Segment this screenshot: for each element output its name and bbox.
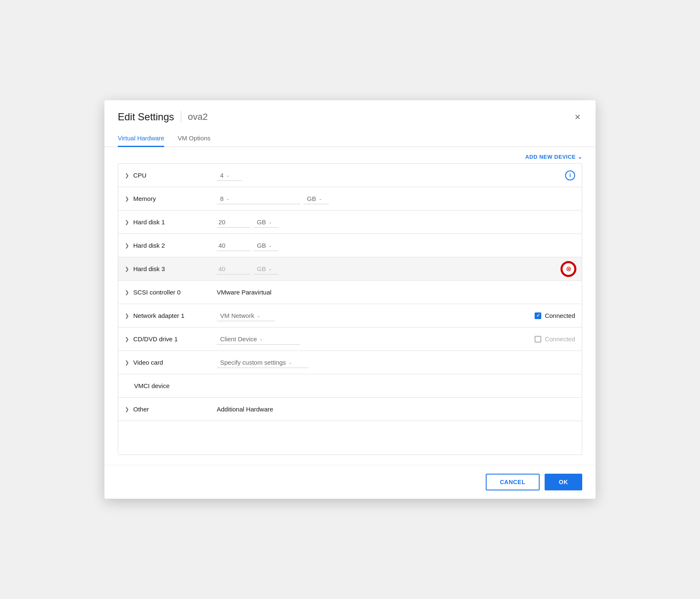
- video-card-row: ❯ Video card Specify custom settings ⌄: [118, 351, 582, 374]
- dialog-footer: CANCEL OK: [104, 465, 596, 499]
- network-adapter-expand-icon[interactable]: ❯: [125, 313, 129, 319]
- hard-disk-3-label: Hard disk 3: [133, 265, 217, 272]
- network-adapter-connected: ✓ Connected: [535, 312, 575, 319]
- chevron-down-icon: ⌄: [226, 173, 229, 178]
- other-value: Additional Hardware: [217, 406, 273, 413]
- cpu-value-dropdown[interactable]: 4 ⌄: [217, 170, 242, 181]
- scsi-controls: VMware Paravirtual: [217, 289, 575, 296]
- hard-disk-3-actions: ⊗: [562, 262, 575, 276]
- chevron-down-icon: ⌄: [269, 267, 272, 271]
- scsi-value: VMware Paravirtual: [217, 289, 271, 296]
- cpu-row: ❯ CPU 4 ⌄ i: [118, 164, 582, 187]
- dialog-subtitle: ova2: [188, 112, 208, 122]
- hard-disk-1-row: ❯ Hard disk 1 GB ⌄: [118, 211, 582, 234]
- cd-dvd-row: ❯ CD/DVD drive 1 Client Device ⌄ Connect…: [118, 327, 582, 351]
- hard-disk-2-unit-dropdown[interactable]: GB ⌄: [254, 240, 279, 251]
- tabs-bar: Virtual Hardware VM Options: [104, 130, 596, 147]
- scsi-expand-icon[interactable]: ❯: [125, 289, 129, 295]
- video-card-expand-icon[interactable]: ❯: [125, 360, 129, 365]
- network-adapter-value-dropdown[interactable]: VM Network ⌄: [217, 310, 275, 321]
- hard-disk-3-expand-icon[interactable]: ❯: [125, 266, 129, 272]
- ok-button[interactable]: OK: [545, 474, 582, 490]
- chevron-down-icon: ⌄: [257, 313, 260, 318]
- memory-label: Memory: [133, 195, 217, 202]
- hard-disk-2-controls: GB ⌄: [217, 240, 575, 251]
- memory-row: ❯ Memory 8 ⌄ GB ⌄: [118, 187, 582, 211]
- vmci-row: VMCI device: [118, 374, 582, 398]
- other-expand-icon[interactable]: ❯: [125, 406, 129, 412]
- network-adapter-label: Network adapter 1: [133, 312, 217, 319]
- hard-disk-2-label: Hard disk 2: [133, 242, 217, 249]
- close-button[interactable]: ×: [573, 110, 582, 124]
- info-icon[interactable]: i: [565, 170, 575, 180]
- cpu-expand-icon[interactable]: ❯: [125, 173, 129, 178]
- hard-disk-3-controls: GB ⌄: [217, 264, 562, 274]
- chevron-down-icon: ⌄: [269, 243, 272, 248]
- cpu-controls: 4 ⌄: [217, 170, 565, 181]
- cpu-info: i: [565, 170, 575, 180]
- hard-disk-2-row: ❯ Hard disk 2 GB ⌄: [118, 234, 582, 257]
- vmci-label: VMCI device: [125, 382, 208, 389]
- chevron-down-icon: ⌄: [269, 220, 272, 224]
- cd-dvd-connected-label: Connected: [545, 335, 575, 343]
- dialog-body: ADD NEW DEVICE ⌄ ❯ CPU 4 ⌄ i: [104, 147, 596, 465]
- video-card-controls: Specify custom settings ⌄: [217, 357, 575, 368]
- network-connected-checkbox[interactable]: ✓: [535, 312, 541, 319]
- other-row: ❯ Other Additional Hardware: [118, 398, 582, 421]
- hard-disk-3-value-input[interactable]: [217, 264, 250, 274]
- hard-disk-3-row: ❯ Hard disk 3 GB ⌄ ⊗: [118, 257, 582, 281]
- checkmark-icon: ✓: [536, 313, 540, 318]
- memory-expand-icon[interactable]: ❯: [125, 196, 129, 202]
- chevron-down-icon: ⌄: [226, 196, 229, 201]
- cd-dvd-controls: Client Device ⌄: [217, 334, 535, 345]
- chevron-down-icon: ⌄: [259, 337, 263, 341]
- cd-dvd-connected-checkbox[interactable]: [535, 336, 541, 343]
- cpu-label: CPU: [133, 172, 217, 179]
- tab-virtual-hardware[interactable]: Virtual Hardware: [118, 130, 164, 147]
- hard-disk-1-value-input[interactable]: [217, 217, 250, 228]
- hard-disk-3-unit-dropdown[interactable]: GB ⌄: [254, 264, 279, 274]
- memory-value-dropdown[interactable]: 8 ⌄: [217, 193, 300, 204]
- network-adapter-row: ❯ Network adapter 1 VM Network ⌄ ✓ Conne…: [118, 304, 582, 327]
- hard-disk-1-controls: GB ⌄: [217, 217, 575, 228]
- hard-disk-2-value-input[interactable]: [217, 240, 250, 251]
- network-adapter-controls: VM Network ⌄: [217, 310, 535, 321]
- memory-unit-dropdown[interactable]: GB ⌄: [304, 193, 329, 204]
- hard-disk-2-expand-icon[interactable]: ❯: [125, 243, 129, 249]
- add-new-device-button[interactable]: ADD NEW DEVICE ⌄: [525, 154, 582, 160]
- scsi-controller-row: ❯ SCSI controller 0 VMware Paravirtual: [118, 281, 582, 304]
- chevron-down-icon: ⌄: [289, 360, 292, 365]
- cd-dvd-connected: Connected: [535, 335, 575, 343]
- title-divider: [181, 111, 181, 123]
- edit-settings-dialog: Edit Settings ova2 × Virtual Hardware VM…: [104, 100, 596, 499]
- cd-dvd-expand-icon[interactable]: ❯: [125, 336, 129, 342]
- dialog-title: Edit Settings: [118, 111, 174, 123]
- chevron-down-icon: ⌄: [578, 154, 583, 160]
- cd-dvd-value-dropdown[interactable]: Client Device ⌄: [217, 334, 300, 345]
- video-card-value-dropdown[interactable]: Specify custom settings ⌄: [217, 357, 309, 368]
- memory-controls: 8 ⌄ GB ⌄: [217, 193, 575, 204]
- add-device-bar: ADD NEW DEVICE ⌄: [118, 154, 582, 160]
- cancel-button[interactable]: CANCEL: [486, 474, 540, 490]
- hard-disk-1-expand-icon[interactable]: ❯: [125, 219, 129, 225]
- other-controls: Additional Hardware: [217, 406, 575, 413]
- hard-disk-1-label: Hard disk 1: [133, 218, 217, 226]
- dialog-header: Edit Settings ova2 ×: [104, 100, 596, 124]
- network-connected-checkbox-container: ✓ Connected: [535, 312, 575, 319]
- chevron-down-icon: ⌄: [319, 196, 322, 201]
- video-card-label: Video card: [133, 359, 217, 366]
- tab-vm-options[interactable]: VM Options: [178, 130, 210, 147]
- cd-dvd-label: CD/DVD drive 1: [133, 335, 217, 343]
- title-area: Edit Settings ova2: [118, 111, 208, 123]
- hard-disk-3-remove-button[interactable]: ⊗: [562, 262, 575, 276]
- scsi-label: SCSI controller 0: [133, 289, 217, 296]
- settings-table: ❯ CPU 4 ⌄ i ❯ Memory 8: [118, 163, 582, 455]
- network-connected-label: Connected: [545, 312, 575, 319]
- empty-area: [118, 421, 582, 454]
- other-label: Other: [133, 406, 217, 413]
- cd-dvd-connected-checkbox-container: Connected: [535, 335, 575, 343]
- hard-disk-1-unit-dropdown[interactable]: GB ⌄: [254, 217, 279, 228]
